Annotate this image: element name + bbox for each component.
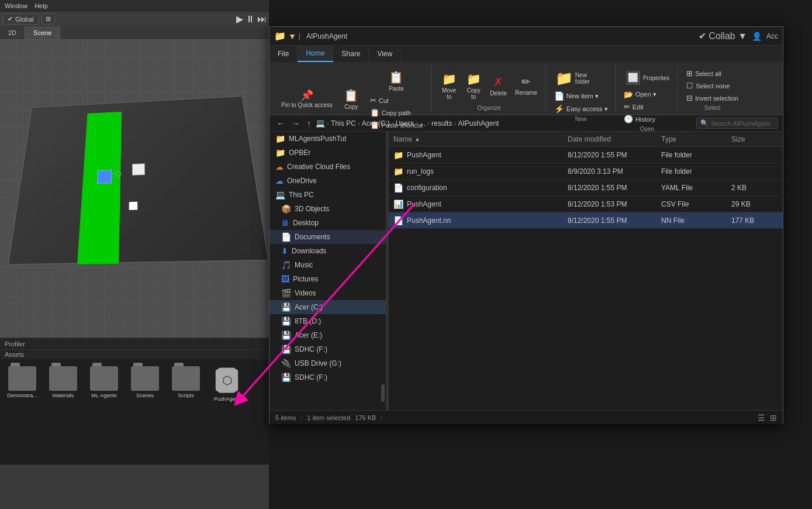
- sidebar-icon: 💾: [281, 331, 291, 340]
- menu-window[interactable]: Window: [5, 2, 27, 9]
- details-view-button[interactable]: ⊞: [770, 413, 777, 422]
- sidebar-item-videos[interactable]: 🎬 Videos: [269, 286, 386, 300]
- file-row-pushagent-folder[interactable]: 📁 PushAgent 8/12/2020 1:55 PM File folde…: [389, 147, 783, 163]
- back-button[interactable]: ←: [274, 118, 287, 129]
- tab-2d[interactable]: 2D: [0, 26, 25, 39]
- history-button[interactable]: 🕐 History: [621, 114, 658, 125]
- sidebar-item-music[interactable]: 🎵 Music: [269, 258, 386, 272]
- new-item-button[interactable]: 📄 New item ▾: [552, 90, 601, 102]
- sidebar-item-sdhcf[interactable]: 💾 SDHC (F:): [269, 342, 386, 356]
- breadcrumb-pc-icon: 💻: [316, 119, 325, 128]
- global-button[interactable]: ✔Global: [2, 13, 39, 25]
- breadcrumb-ellipsis[interactable]: ...: [420, 119, 426, 128]
- paste-button[interactable]: 📋 Paste: [367, 68, 426, 94]
- folder-pushagent[interactable]: ⬡ PushAgent: [209, 366, 244, 402]
- breadcrumb-thispc[interactable]: This PC: [331, 119, 356, 128]
- step-button[interactable]: ⏭: [257, 14, 267, 25]
- invert-selection-button[interactable]: ⊟ Invert selection: [684, 92, 741, 104]
- assets-bar: Assets: [0, 349, 269, 359]
- easy-access-button[interactable]: ⚡ Easy access ▾: [552, 103, 610, 115]
- search-box[interactable]: 🔍 Search AIPushAgent: [696, 118, 778, 129]
- folder-scenes[interactable]: Scenes: [127, 366, 163, 398]
- column-name[interactable]: Name ▲: [393, 135, 568, 143]
- organize-group: 📁 Move to 📁 Copy to ✗ Delete ✏ Rename: [433, 64, 546, 112]
- file-row-pushagent-csv[interactable]: 📊 PushAgent 8/12/2020 1:53 PM CSV File 2…: [389, 196, 783, 212]
- new-folder-icon: 📁: [555, 70, 573, 87]
- copy-path-button[interactable]: 📋 Copy path: [368, 107, 425, 118]
- sidebar-item-documents[interactable]: 📄 Documents: [269, 230, 386, 244]
- sidebar-item-8tbd[interactable]: 💾 8TB (D:): [269, 314, 386, 328]
- sidebar-item-opber[interactable]: 📁 OPBEr: [269, 146, 386, 160]
- sidebar-item-pictures[interactable]: 🖼 Pictures: [269, 272, 386, 286]
- sidebar-label: 3D Objects: [295, 205, 329, 213]
- select-all-button[interactable]: ⊞ Select all: [684, 68, 724, 79]
- copyto-icon: 📁: [467, 72, 481, 86]
- sidebar-scrollbar[interactable]: [381, 384, 385, 402]
- breadcrumb-acerc[interactable]: Acer (C:): [362, 119, 390, 128]
- file-type: CSV File: [661, 200, 731, 208]
- up-button[interactable]: ↑: [305, 118, 313, 129]
- breadcrumb-users[interactable]: Users: [396, 119, 414, 128]
- sidebar-item-usbg[interactable]: 🔌 USB Drive (G:): [269, 356, 386, 370]
- list-view-button[interactable]: ☰: [758, 413, 765, 422]
- sidebar-item-onedrive[interactable]: ☁ OneDrive: [269, 174, 386, 188]
- sidebar-icon: 🖼: [281, 274, 289, 284]
- main-area: 📁 MLAgentsPushTut 📁 OPBEr ☁ Creative Clo…: [269, 132, 783, 410]
- moveto-button[interactable]: 📁 Move to: [437, 70, 461, 102]
- file-row-runlogs[interactable]: 📁 run_logs 8/9/2020 3:13 PM File folder: [389, 163, 783, 180]
- file-row-configuration[interactable]: 📄 configuration 8/12/2020 1:55 PM YAML F…: [389, 180, 783, 196]
- folder-scripts[interactable]: Scripts: [168, 366, 203, 398]
- rename-button[interactable]: ✏ Rename: [512, 73, 541, 98]
- sidebar-item-downloads[interactable]: ⬇ Downloads: [269, 244, 386, 258]
- forward-button[interactable]: →: [289, 118, 302, 129]
- collab-button[interactable]: ✔ Collab ▼: [699, 30, 747, 42]
- sidebar: 📁 MLAgentsPushTut 📁 OPBEr ☁ Creative Clo…: [269, 132, 386, 410]
- folder-demonstra[interactable]: Demonstra...: [5, 366, 40, 398]
- sidebar-item-ccfiles[interactable]: ☁ Creative Cloud Files: [269, 160, 386, 174]
- sidebar-item-thispc[interactable]: 💻 This PC: [269, 188, 386, 202]
- column-date[interactable]: Date modified: [568, 135, 661, 143]
- folder-mlagents[interactable]: ML-Agents: [87, 366, 122, 398]
- file-row-pushagent-nn[interactable]: 📄 PushAgent.nn 8/12/2020 1:55 PM NN File…: [389, 212, 783, 229]
- pin-quickaccess-button[interactable]: 📌 Pin to Quick access: [278, 88, 336, 111]
- account-button[interactable]: 👤: [752, 32, 762, 41]
- collab-button[interactable]: ⊞: [42, 13, 55, 25]
- copy-button[interactable]: 📋 Copy: [338, 86, 364, 112]
- new-group: 📁 New folder 📄 New item ▾ ⚡ Easy access …: [547, 64, 616, 112]
- cut-button[interactable]: ✂ Cut: [368, 95, 425, 106]
- sidebar-item-acerc[interactable]: 💾 Acer (C:): [269, 300, 386, 314]
- sidebar-item-desktop[interactable]: 🖥 Desktop: [269, 216, 386, 230]
- pause-button[interactable]: ⏸: [246, 14, 255, 25]
- tab-scene[interactable]: Scene: [25, 26, 60, 39]
- column-type[interactable]: Type: [661, 135, 731, 143]
- open-button[interactable]: 📂 Open ▾: [621, 89, 659, 100]
- copyto-button[interactable]: 📁 Copy to: [462, 70, 485, 102]
- select-none-button[interactable]: ☐ Select none: [684, 80, 732, 91]
- new-folder-button[interactable]: 📁 New folder: [552, 68, 593, 89]
- edit-button[interactable]: ✏ Edit: [621, 101, 646, 112]
- sidebar-item-sdhcf2[interactable]: 💾 SDHC (F:): [269, 370, 386, 384]
- tab-home[interactable]: Home: [298, 46, 333, 62]
- acc-label[interactable]: Acc: [766, 32, 778, 40]
- breadcrumb-results[interactable]: results: [431, 119, 452, 128]
- sidebar-item-mlagentspushtut[interactable]: 📁 MLAgentsPushTut: [269, 132, 386, 146]
- unity-menu-bar: Window Help: [0, 0, 269, 12]
- breadcrumb-aipushagent[interactable]: AIPushAgent: [458, 119, 499, 128]
- scene-platform: [8, 96, 269, 264]
- tab-file[interactable]: File: [269, 46, 298, 62]
- column-size[interactable]: Size: [731, 135, 778, 143]
- menu-help[interactable]: Help: [34, 2, 48, 9]
- tab-share[interactable]: Share: [333, 46, 369, 62]
- file-size: 177 KB: [731, 216, 778, 225]
- play-button[interactable]: ▶: [236, 13, 243, 25]
- tab-view[interactable]: View: [369, 46, 401, 62]
- sidebar-icon: 🖥: [281, 218, 289, 228]
- properties-button[interactable]: 🔲 Properties: [621, 68, 673, 88]
- profiler-bar: Profiler: [0, 338, 269, 349]
- title-dash: |: [299, 32, 300, 40]
- sidebar-item-3dobjects[interactable]: 📦 3D Objects: [269, 202, 386, 216]
- delete-button[interactable]: ✗ Delete: [486, 73, 510, 99]
- edit-icon: ✏: [624, 102, 630, 111]
- folder-materials[interactable]: Materials: [46, 366, 81, 398]
- sidebar-item-acere[interactable]: 💾 Acer (E:): [269, 328, 386, 342]
